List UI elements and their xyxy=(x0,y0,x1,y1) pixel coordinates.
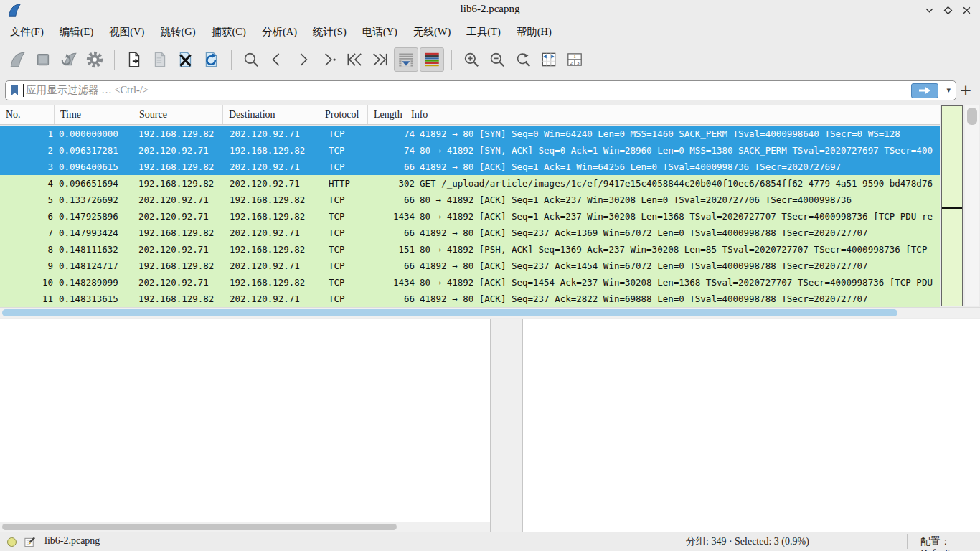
menu-edit[interactable]: 编辑(E) xyxy=(52,22,102,42)
expert-info-icon[interactable] xyxy=(7,537,17,547)
cell-protocol: TCP xyxy=(329,241,368,258)
toolbar-separator xyxy=(231,50,232,70)
packet-row[interactable]: 8 0.148111632 202.120.92.71 192.168.129.… xyxy=(0,241,940,258)
apply-filter-button[interactable] xyxy=(911,83,938,98)
column-header-length[interactable]: Length xyxy=(368,105,405,124)
pane-splitter[interactable] xyxy=(491,319,522,532)
menu-statistics[interactable]: 统计(S) xyxy=(305,22,354,42)
cell-time: 0.148289099 xyxy=(59,274,138,291)
cell-length: 1434 xyxy=(368,274,415,291)
restart-capture-icon[interactable] xyxy=(57,47,81,72)
cell-no: 5 xyxy=(0,192,53,208)
cell-destination: 192.168.129.82 xyxy=(230,208,329,225)
close-button[interactable] xyxy=(957,1,976,19)
toolbar-separator xyxy=(114,50,115,70)
column-header-info[interactable]: Info xyxy=(405,105,940,124)
cell-info: 41892 → 80 [ACK] Seq=1 Ack=1 Win=64256 L… xyxy=(420,159,940,175)
filter-dropdown-caret[interactable]: ▾ xyxy=(946,85,951,95)
zoom-in-icon[interactable] xyxy=(459,47,484,72)
menu-file[interactable]: 文件(F) xyxy=(2,22,52,42)
column-header-time[interactable]: Time xyxy=(55,105,133,124)
packet-row[interactable]: 1 0.000000000 192.168.129.82 202.120.92.… xyxy=(0,126,940,142)
bookmark-icon[interactable] xyxy=(9,83,22,98)
cell-time: 0.096317281 xyxy=(59,142,138,159)
minimize-button[interactable] xyxy=(920,1,938,19)
layout-icon[interactable]: 123 xyxy=(562,47,587,72)
add-filter-button-button[interactable]: + xyxy=(956,80,975,100)
menu-tools[interactable]: 工具(T) xyxy=(458,22,509,42)
cell-time: 0.148313615 xyxy=(59,291,138,307)
resize-columns-icon[interactable] xyxy=(537,47,561,72)
capture-options-icon[interactable] xyxy=(83,47,107,72)
menu-wireless[interactable]: 无线(W) xyxy=(405,22,458,42)
zoom-out-icon[interactable] xyxy=(485,47,509,72)
auto-scroll-toggle-icon[interactable] xyxy=(394,47,418,72)
packet-list-hscrollbar[interactable] xyxy=(0,307,980,318)
column-header-source[interactable]: Source xyxy=(133,105,223,124)
packet-row[interactable]: 3 0.096400615 192.168.129.82 202.120.92.… xyxy=(0,159,940,175)
packet-row[interactable]: 10 0.148289099 202.120.92.71 192.168.129… xyxy=(0,274,940,291)
zoom-reset-icon[interactable] xyxy=(511,47,535,72)
cell-source: 192.168.129.82 xyxy=(138,126,230,142)
svg-text:1: 1 xyxy=(573,54,576,60)
packet-row[interactable]: 2 0.096317281 202.120.92.71 192.168.129.… xyxy=(0,142,940,159)
column-header-destination[interactable]: Destination xyxy=(223,105,319,124)
packet-row[interactable]: 6 0.147925896 202.120.92.71 192.168.129.… xyxy=(0,208,940,225)
cell-time: 0.148111632 xyxy=(59,241,138,258)
find-packet-icon[interactable] xyxy=(239,47,263,72)
start-capture-icon[interactable] xyxy=(5,47,29,72)
packet-list-minimap[interactable] xyxy=(941,105,963,306)
column-header-no[interactable]: No. xyxy=(0,105,55,124)
cell-length: 302 xyxy=(368,175,415,192)
go-forward-icon[interactable] xyxy=(291,47,315,72)
menu-analyze[interactable]: 分析(A) xyxy=(254,22,305,42)
vertical-scrollbar[interactable] xyxy=(965,105,979,306)
details-pane-hscrollbar-thumb[interactable] xyxy=(2,524,397,530)
details-pane-hscrollbar[interactable] xyxy=(0,522,490,532)
go-to-packet-icon[interactable] xyxy=(316,47,341,72)
vertical-scrollbar-thumb[interactable] xyxy=(967,108,977,125)
status-filename: lib6-2.pcapng xyxy=(44,535,100,547)
menu-go[interactable]: 跳转(G) xyxy=(152,22,203,42)
packet-bytes-pane[interactable] xyxy=(522,319,980,532)
colorize-toggle-icon[interactable] xyxy=(420,47,444,72)
status-bar: lib6-2.pcapng 分组: 349 · Selected: 3 (0.9… xyxy=(0,532,980,551)
maximize-button[interactable] xyxy=(938,1,957,19)
menu-view[interactable]: 视图(V) xyxy=(101,22,152,42)
cell-time: 0.096651694 xyxy=(59,175,138,192)
display-filter-input[interactable]: 应用显示过滤器 … <Ctrl-/> ▾ xyxy=(5,80,956,100)
packet-row[interactable]: 5 0.133726692 202.120.92.71 192.168.129.… xyxy=(0,192,940,208)
stop-capture-icon[interactable] xyxy=(31,47,55,72)
go-back-icon[interactable] xyxy=(265,47,289,72)
cell-destination: 202.120.92.71 xyxy=(230,291,329,307)
cell-length: 66 xyxy=(368,159,415,175)
column-header-protocol[interactable]: Protocol xyxy=(319,105,368,124)
menu-telephony[interactable]: 电话(Y) xyxy=(354,22,405,42)
go-last-icon[interactable] xyxy=(368,47,392,72)
cell-info: 80 → 41892 [ACK] Seq=1 Ack=237 Win=30208… xyxy=(420,192,940,208)
packet-row[interactable]: 4 0.096651694 192.168.129.82 202.120.92.… xyxy=(0,175,940,192)
menu-help[interactable]: 帮助(H) xyxy=(509,22,560,42)
reload-file-icon[interactable] xyxy=(199,47,224,72)
main-toolbar: 123 xyxy=(0,43,980,76)
cell-no: 4 xyxy=(0,175,53,192)
packet-row[interactable]: 7 0.147993424 192.168.129.82 202.120.92.… xyxy=(0,225,940,241)
packet-row[interactable]: 11 0.148313615 192.168.129.82 202.120.92… xyxy=(0,291,940,307)
cell-no: 6 xyxy=(0,208,53,225)
packet-row[interactable]: 9 0.148124717 192.168.129.82 202.120.92.… xyxy=(0,258,940,274)
packet-details-pane[interactable] xyxy=(0,319,491,532)
cell-source: 202.120.92.71 xyxy=(138,274,230,291)
go-first-icon[interactable] xyxy=(342,47,367,72)
menu-capture[interactable]: 捕获(C) xyxy=(204,22,254,42)
cell-length: 66 xyxy=(368,192,415,208)
window-title: lib6-2.pcapng xyxy=(0,3,980,15)
capture-comment-icon[interactable] xyxy=(24,536,36,548)
open-file-icon[interactable] xyxy=(122,47,146,72)
cell-protocol: TCP xyxy=(329,192,368,208)
cell-destination: 192.168.129.82 xyxy=(230,192,329,208)
save-file-icon[interactable] xyxy=(148,47,172,72)
close-file-icon[interactable] xyxy=(174,47,198,72)
status-profile[interactable]: 配置：Default xyxy=(920,535,980,551)
cell-source: 202.120.92.71 xyxy=(138,208,230,225)
packet-list-hscrollbar-thumb[interactable] xyxy=(2,309,897,316)
